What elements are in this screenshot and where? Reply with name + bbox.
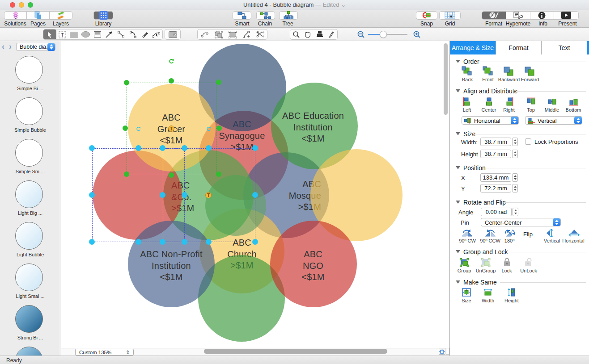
svg-text:T: T — [61, 32, 64, 37]
